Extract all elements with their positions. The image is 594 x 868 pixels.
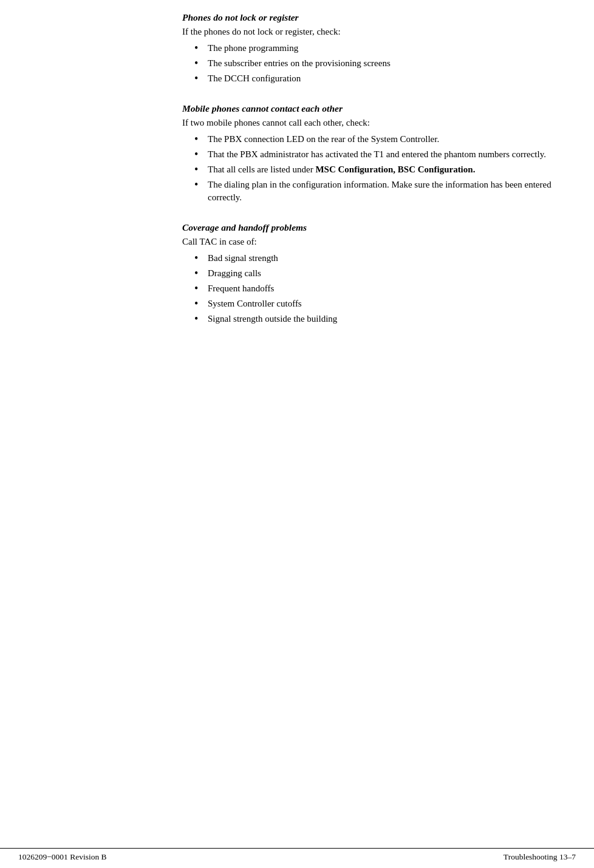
list-item: The PBX connection LED on the rear of th… <box>194 133 558 146</box>
page-footer: 1026209−0001 Revision B Troubleshooting … <box>0 848 594 862</box>
list-item: Signal strength outside the building <box>194 313 558 325</box>
section-mobile-phones: Mobile phones cannot contact each other … <box>182 103 558 204</box>
list-item: Bad signal strength <box>194 252 558 265</box>
section-phones-no-lock: Phones do not lock or register If the ph… <box>182 12 558 85</box>
list-item: Frequent handoffs <box>194 282 558 295</box>
list-item: The dialing plan in the configuration in… <box>194 178 558 204</box>
list-item: The DCCH configuration <box>194 72 558 85</box>
section-intro-coverage-handoff: Call TAC in case of: <box>182 237 558 247</box>
footer-left: 1026209−0001 Revision B <box>18 852 107 862</box>
section-title-phones-no-lock: Phones do not lock or register <box>182 12 558 23</box>
section-title-mobile-phones: Mobile phones cannot contact each other <box>182 103 558 114</box>
list-item: The phone programming <box>194 42 558 55</box>
section-title-coverage-handoff: Coverage and handoff problems <box>182 222 558 233</box>
list-item: The subscriber entries on the provisioni… <box>194 57 558 70</box>
list-item: System Controller cutoffs <box>194 297 558 310</box>
list-item: Dragging calls <box>194 267 558 280</box>
page-content: Phones do not lock or register If the ph… <box>0 0 594 838</box>
bullet-list-coverage-handoff: Bad signal strength Dragging calls Frequ… <box>182 252 558 325</box>
section-intro-mobile-phones: If two mobile phones cannot call each ot… <box>182 118 558 128</box>
list-item: That all cells are listed under MSC Conf… <box>194 163 558 176</box>
list-item: That the PBX administrator has activated… <box>194 148 558 161</box>
text-pre-bold: That all cells are listed under <box>208 164 315 174</box>
section-intro-phones-no-lock: If the phones do not lock or register, c… <box>182 27 558 37</box>
bullet-list-mobile-phones: The PBX connection LED on the rear of th… <box>182 133 558 204</box>
footer-right: Troubleshooting 13–7 <box>504 852 576 862</box>
section-coverage-handoff: Coverage and handoff problems Call TAC i… <box>182 222 558 325</box>
text-bold: MSC Configuration, BSC Configuration. <box>315 164 475 174</box>
bullet-list-phones-no-lock: The phone programming The subscriber ent… <box>182 42 558 85</box>
